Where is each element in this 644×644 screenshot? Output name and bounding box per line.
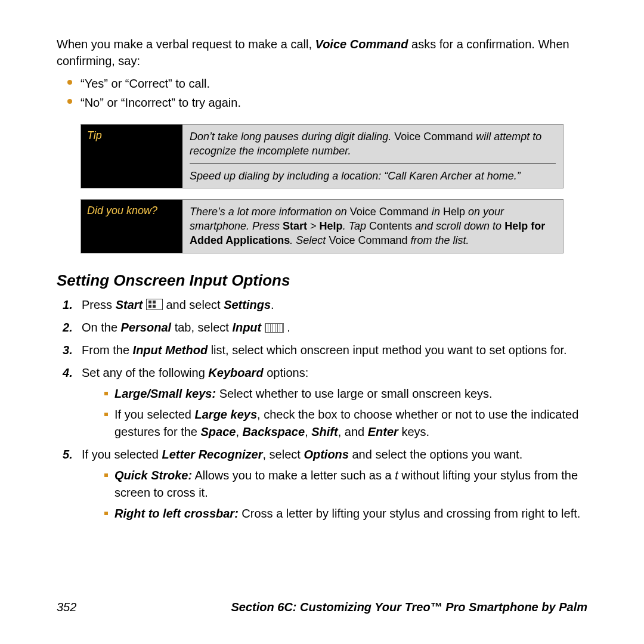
step-text: . bbox=[284, 321, 290, 334]
steps-list: Press Start and select Settings. On the … bbox=[57, 296, 587, 522]
intro-paragraph: When you make a verbal request to make a… bbox=[57, 36, 587, 69]
key-shift: Shift bbox=[311, 425, 338, 438]
step-text: and select bbox=[163, 298, 224, 311]
start-icon bbox=[146, 299, 163, 310]
dyk-row: There’s a lot more information on Voice … bbox=[182, 200, 563, 253]
step5-sublist: Quick Stroke: Allows you to make a lette… bbox=[82, 467, 587, 522]
opt-quickstroke: Quick Stroke: bbox=[114, 469, 192, 482]
sub-text: Cross a letter by lifting your stylus an… bbox=[239, 507, 581, 520]
step5-sub1: Quick Stroke: Allows you to make a lette… bbox=[82, 467, 587, 501]
step-inputmethod: Input Method bbox=[133, 343, 208, 357]
sub-text: Select whether to use large or small ons… bbox=[216, 387, 493, 400]
dyk-text: in bbox=[429, 206, 443, 218]
step-text: options: bbox=[264, 366, 309, 379]
key-enter: Enter bbox=[368, 425, 398, 438]
tip-text: Don’t take long pauses during digit dial… bbox=[190, 131, 394, 143]
step-text: If you selected bbox=[82, 448, 162, 461]
tip-row-2: Speed up dialing by including a location… bbox=[182, 164, 563, 188]
dyk-text: and scroll down to bbox=[412, 220, 504, 232]
confirm-no: “No” or “Incorrect” to try again. bbox=[57, 93, 587, 112]
dyk-body: There’s a lot more information on Voice … bbox=[182, 200, 563, 253]
sub-text: , bbox=[236, 425, 242, 438]
tip-voice-command: Voice Command bbox=[394, 131, 473, 143]
confirm-list: “Yes” or “Correct” to call. “No” or “Inc… bbox=[57, 74, 587, 112]
confirm-yes: “Yes” or “Correct” to call. bbox=[57, 74, 587, 93]
didyouknow-callout: Did you know? There’s a lot more informa… bbox=[80, 199, 564, 253]
tip-body: Don’t take long pauses during digit dial… bbox=[182, 125, 563, 188]
dyk-label: Did you know? bbox=[81, 200, 182, 253]
tip-row-1: Don’t take long pauses during digit dial… bbox=[182, 125, 563, 163]
opt-rtlcrossbar: Right to left crossbar: bbox=[114, 507, 239, 520]
intro-text: When you make a verbal request to make a… bbox=[57, 38, 315, 51]
step-keyboard: Keyboard bbox=[208, 366, 263, 379]
keyboard-icon bbox=[265, 323, 284, 333]
section-heading: Setting Onscreen Input Options bbox=[57, 271, 587, 290]
step4-sublist: Large/Small keys: Select whether to use … bbox=[82, 385, 587, 441]
opt-options: Options bbox=[304, 448, 349, 461]
dyk-text: . Select bbox=[290, 234, 329, 246]
step-start: Start bbox=[116, 298, 143, 311]
opt-largekeys: Large keys bbox=[195, 408, 258, 421]
sub-text: keys. bbox=[398, 425, 429, 438]
step-4: Set any of the following Keyboard option… bbox=[57, 364, 587, 441]
dyk-term: Contents bbox=[369, 220, 412, 232]
step4-sub1: Large/Small keys: Select whether to use … bbox=[82, 385, 587, 402]
sub-text: , and bbox=[338, 425, 368, 438]
step-personal: Personal bbox=[121, 321, 171, 334]
dyk-text: There’s a lot more information on bbox=[190, 206, 350, 218]
opt-letterrecognizer: Letter Recognizer bbox=[162, 448, 263, 461]
dyk-term: Voice Command bbox=[329, 234, 407, 246]
tip-callout: Tip Don’t take long pauses during digit … bbox=[80, 124, 564, 188]
dyk-term: Voice Command bbox=[350, 206, 429, 218]
step-text: tab, select bbox=[171, 321, 232, 334]
manual-page: When you make a verbal request to make a… bbox=[0, 0, 644, 551]
dyk-term: Start bbox=[283, 220, 307, 232]
step-input: Input bbox=[232, 321, 261, 334]
step5-sub2: Right to left crossbar: Cross a letter b… bbox=[82, 505, 587, 522]
intro-voice-command: Voice Command bbox=[315, 38, 408, 51]
page-number: 352 bbox=[57, 600, 76, 614]
dyk-text: from the list. bbox=[407, 234, 469, 246]
dyk-term: Help bbox=[320, 220, 343, 232]
dyk-text: . Tap bbox=[343, 220, 369, 232]
tip-label: Tip bbox=[81, 125, 182, 188]
step-settings: Settings bbox=[224, 298, 271, 311]
step-1: Press Start and select Settings. bbox=[57, 296, 587, 314]
step-text: list, select which onscreen input method… bbox=[208, 343, 567, 357]
sub-text: If you selected bbox=[114, 408, 195, 421]
step4-sub2: If you selected Large keys, check the bo… bbox=[82, 406, 587, 441]
step-2: On the Personal tab, select Input . bbox=[57, 318, 587, 336]
opt-largesmall: Large/Small keys: bbox=[114, 387, 216, 400]
sub-text: , bbox=[305, 425, 311, 438]
section-title: Section 6C: Customizing Your Treo™ Pro S… bbox=[231, 600, 588, 614]
page-footer: 352 Section 6C: Customizing Your Treo™ P… bbox=[57, 600, 587, 614]
step-text: and select the options you want. bbox=[349, 448, 522, 461]
sub-text: Allows you to make a letter such as a bbox=[192, 469, 395, 482]
step-text: Press bbox=[82, 298, 116, 311]
step-3: From the Input Method list, select which… bbox=[57, 341, 587, 359]
step-text: , select bbox=[262, 448, 304, 461]
dyk-term: Help bbox=[443, 206, 465, 218]
step-text: From the bbox=[82, 343, 133, 357]
step-text: . bbox=[271, 298, 274, 311]
dyk-text: > bbox=[307, 220, 320, 232]
step-text: On the bbox=[82, 321, 121, 334]
key-space: Space bbox=[201, 425, 236, 438]
key-backspace: Backspace bbox=[243, 425, 305, 438]
step-5: If you selected Letter Recognizer, selec… bbox=[57, 445, 587, 522]
step-text: Set any of the following bbox=[82, 366, 208, 379]
